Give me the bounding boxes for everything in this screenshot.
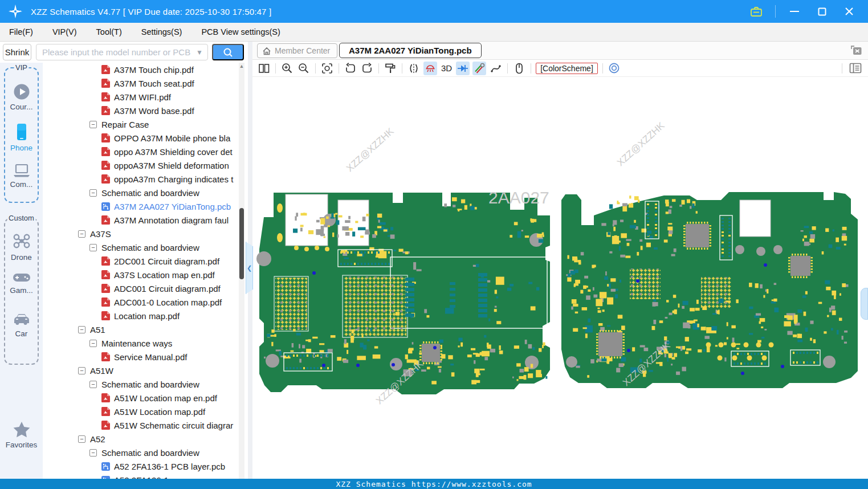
mirror-flip-icon[interactable] <box>407 62 421 75</box>
mouse-icon[interactable] <box>512 62 526 75</box>
member-center-button[interactable]: Member Center <box>257 43 337 58</box>
rail-item-drone[interactable]: Drone <box>0 233 43 262</box>
3d-view-button[interactable]: 3D <box>440 62 453 75</box>
tree-item[interactable]: A37S Location map en.pdf <box>43 268 248 282</box>
menu-tool[interactable]: Tool(T) <box>96 27 122 36</box>
tree-scrollbar-thumb[interactable] <box>239 208 244 279</box>
tree-group[interactable]: −A52 <box>43 432 248 446</box>
zoom-out-icon[interactable] <box>297 62 311 75</box>
collapse-toggle-icon[interactable]: − <box>78 326 85 333</box>
tree-item[interactable]: A51W Location map en.pdf <box>43 391 248 405</box>
zoom-in-icon[interactable] <box>280 62 294 75</box>
tree-item[interactable]: A37M 2AA027 YiDianTong.pcb <box>43 199 248 213</box>
tree-item-label: A52 <box>90 434 105 444</box>
tree-item[interactable]: A37M Touch chip.pdf <box>43 63 248 76</box>
tree-item[interactable]: OPPO A37M Mobile phone bla <box>43 131 248 145</box>
tree-item[interactable]: oppo A37M Shielding cover det <box>43 145 248 158</box>
tree-group[interactable]: −A51 <box>43 323 248 336</box>
tree-item[interactable]: Service Manual.pdf <box>43 350 248 364</box>
rotate-left-icon[interactable] <box>344 62 357 75</box>
tree-item-label: Schematic and boardview <box>101 243 199 252</box>
probe-measure-icon[interactable] <box>472 62 486 75</box>
tree-item[interactable]: A52 2FA136-1 PCB layer.pcb <box>43 459 248 473</box>
tree-item[interactable]: A37M Touch seat.pdf <box>43 76 248 90</box>
rail-item-car[interactable]: Car <box>0 311 43 338</box>
close-tabs-icon[interactable] <box>850 45 862 58</box>
diode-icon[interactable] <box>456 62 470 75</box>
collapse-toggle-icon[interactable]: − <box>78 367 85 374</box>
fit-screen-icon[interactable] <box>320 62 334 75</box>
collapse-toggle-icon[interactable]: − <box>89 449 97 457</box>
curve-wire-icon[interactable] <box>489 62 503 75</box>
tree-item[interactable]: ADC001-0 Location map.pdf <box>43 295 248 309</box>
rail-item-game[interactable]: Gam... <box>0 271 43 295</box>
menu-settings[interactable]: Settings(S) <box>141 27 182 36</box>
menu-pcb-view-settings[interactable]: PCB View settings(S) <box>201 27 280 36</box>
tab-pcb-file[interactable]: A37M 2AA027 YiDianTong.pcb <box>339 43 482 58</box>
tree-group[interactable]: −A51W <box>43 364 248 377</box>
component-lamp-icon[interactable] <box>423 62 437 75</box>
layer-panel-icon[interactable] <box>849 62 862 75</box>
pdf-icon <box>101 256 110 266</box>
tree-item[interactable]: A37M WIFI.pdf <box>43 90 248 104</box>
tree-group[interactable]: −A37S <box>43 227 248 241</box>
tree-item[interactable]: 2DC001 Circuit diagram.pdf <box>43 254 248 268</box>
phone-icon <box>14 123 29 141</box>
colorscheme-button[interactable]: [ColorScheme] <box>536 63 598 74</box>
collapse-toggle-icon[interactable]: − <box>89 121 97 128</box>
briefcase-icon[interactable] <box>748 3 765 19</box>
collapse-right-handle[interactable] <box>861 288 868 320</box>
svg-text:XZZ@XZZHK: XZZ@XZZHK <box>615 120 667 168</box>
paint-roller-icon[interactable] <box>384 62 397 75</box>
minimize-button[interactable] <box>786 3 803 19</box>
chevron-down-icon[interactable]: ▼ <box>196 48 203 56</box>
tree-item-label: OPPO A37M Mobile phone bla <box>114 133 230 143</box>
tree-group[interactable]: −Repair Case <box>43 117 248 131</box>
collapse-toggle-icon[interactable]: − <box>78 435 85 443</box>
tree-item[interactable]: oppoA37m Charging indicates t <box>43 172 248 186</box>
model-search-combo[interactable]: ▼ <box>36 44 208 60</box>
search-button[interactable] <box>212 44 244 60</box>
close-button[interactable] <box>841 3 858 19</box>
custom-group-label: Custom <box>7 214 36 222</box>
tree-group[interactable]: −Schematic and boardview <box>43 446 248 459</box>
tree-group[interactable]: −Schematic and boardview <box>43 377 248 391</box>
collapse-toggle-icon[interactable]: − <box>89 189 97 197</box>
tree-item[interactable]: ADC001 Circuit diagram.pdf <box>43 282 248 295</box>
tree-item[interactable]: A37M Annotation diagram faul <box>43 213 248 227</box>
collapse-tree-handle[interactable]: ❮ <box>246 242 253 294</box>
collapse-toggle-icon[interactable]: − <box>78 230 85 238</box>
tree-group[interactable]: −Schematic and boardview <box>43 241 248 254</box>
search-input[interactable] <box>42 47 193 57</box>
rail-item-favorites[interactable]: Favorites <box>0 421 43 449</box>
rail-item-phone[interactable]: Phone <box>0 123 43 152</box>
rail-item-label: Cour... <box>10 103 33 111</box>
pcb-canvas[interactable]: XZZ@XZZHKXZZ@XZZHKXZZ@XZZHKXZZ@XZZHK2AA0… <box>252 77 868 479</box>
tree-item[interactable]: oppoA37M Shield deformation <box>43 158 248 172</box>
tree-item-label: Location map.pdf <box>114 311 180 321</box>
tree-scrollbar[interactable]: ▲ <box>239 63 244 489</box>
tree-item[interactable]: A51W Schematic circuit diagrar <box>43 418 248 432</box>
rail-item-label: Gam... <box>10 286 33 295</box>
menu-vip[interactable]: VIP(V) <box>52 27 77 36</box>
tree-group[interactable]: −Maintenance ways <box>43 336 248 350</box>
collapse-toggle-icon[interactable]: − <box>89 244 97 251</box>
tree-item[interactable]: A37M Word base.pdf <box>43 104 248 117</box>
pdf-icon <box>101 284 110 293</box>
tab-label: A37M 2AA027 YiDianTong.pcb <box>349 46 472 55</box>
rotate-right-icon[interactable] <box>360 62 374 75</box>
rail-item-computer[interactable]: Com... <box>0 163 43 189</box>
tree-item[interactable]: A51W Location map.pdf <box>43 405 248 418</box>
collapse-toggle-icon[interactable]: − <box>89 340 97 347</box>
scroll-up-icon[interactable]: ▲ <box>239 63 244 69</box>
collapse-toggle-icon[interactable]: − <box>89 381 97 388</box>
shrink-button[interactable]: Shrink <box>3 44 31 60</box>
tree-group[interactable]: −Schematic and boardview <box>43 186 248 199</box>
split-view-icon[interactable] <box>257 62 271 75</box>
eye-icon[interactable] <box>608 62 621 75</box>
rail-item-courses[interactable]: Cour... <box>0 83 43 111</box>
tree-item[interactable]: Location map.pdf <box>43 309 248 323</box>
maximize-button[interactable] <box>813 3 830 19</box>
menu-file[interactable]: File(F) <box>9 27 33 36</box>
tree-item-label: Service Manual.pdf <box>114 352 187 362</box>
